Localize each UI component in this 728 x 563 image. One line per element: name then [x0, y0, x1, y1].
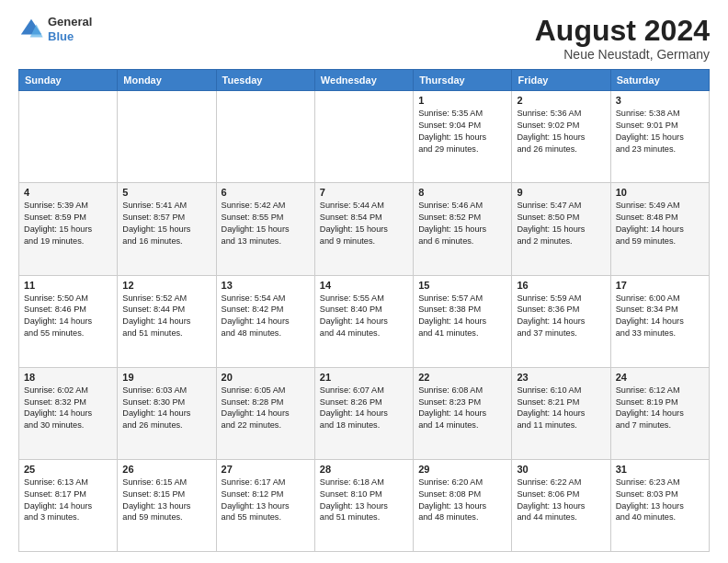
day-number: 15	[418, 280, 506, 291]
day-cell-3-2: 20Sunrise: 6:05 AMSunset: 8:28 PMDayligh…	[216, 367, 314, 459]
day-cell-1-2: 6Sunrise: 5:42 AMSunset: 8:55 PMDaylight…	[216, 183, 314, 275]
day-info: Sunrise: 6:18 AMSunset: 8:10 PMDaylight:…	[320, 477, 408, 524]
day-cell-0-4: 1Sunrise: 5:35 AMSunset: 9:04 PMDaylight…	[414, 91, 512, 183]
day-info: Sunrise: 5:35 AMSunset: 9:04 PMDaylight:…	[418, 108, 506, 155]
day-info: Sunrise: 6:07 AMSunset: 8:26 PMDaylight:…	[320, 385, 408, 432]
day-info: Sunrise: 5:38 AMSunset: 9:01 PMDaylight:…	[616, 108, 704, 155]
day-cell-4-3: 28Sunrise: 6:18 AMSunset: 8:10 PMDayligh…	[314, 459, 413, 551]
day-number: 26	[122, 464, 210, 475]
logo-blue: Blue	[48, 29, 92, 44]
day-cell-0-3	[314, 91, 413, 183]
day-cell-3-1: 19Sunrise: 6:03 AMSunset: 8:30 PMDayligh…	[118, 367, 216, 459]
day-number: 17	[616, 280, 704, 291]
calendar-header: Sunday Monday Tuesday Wednesday Thursday…	[19, 70, 710, 91]
day-cell-0-6: 3Sunrise: 5:38 AMSunset: 9:01 PMDaylight…	[610, 91, 709, 183]
day-cell-1-6: 10Sunrise: 5:49 AMSunset: 8:48 PMDayligh…	[610, 183, 709, 275]
day-cell-1-0: 4Sunrise: 5:39 AMSunset: 8:59 PMDaylight…	[19, 183, 118, 275]
day-cell-4-1: 26Sunrise: 6:15 AMSunset: 8:15 PMDayligh…	[118, 459, 216, 551]
col-saturday: Saturday	[610, 70, 709, 91]
day-number: 3	[616, 95, 704, 106]
day-cell-2-0: 11Sunrise: 5:50 AMSunset: 8:46 PMDayligh…	[19, 275, 118, 367]
col-wednesday: Wednesday	[314, 70, 413, 91]
day-info: Sunrise: 6:12 AMSunset: 8:19 PMDaylight:…	[616, 385, 704, 432]
day-number: 24	[616, 372, 704, 383]
day-cell-3-3: 21Sunrise: 6:07 AMSunset: 8:26 PMDayligh…	[314, 367, 413, 459]
col-monday: Monday	[118, 70, 216, 91]
day-info: Sunrise: 6:22 AMSunset: 8:06 PMDaylight:…	[517, 477, 605, 524]
day-number: 23	[517, 372, 605, 383]
day-number: 21	[320, 372, 408, 383]
logo-icon	[18, 17, 44, 42]
day-info: Sunrise: 6:23 AMSunset: 8:03 PMDaylight:…	[616, 477, 704, 524]
day-cell-3-6: 24Sunrise: 6:12 AMSunset: 8:19 PMDayligh…	[610, 367, 709, 459]
week-row-2: 4Sunrise: 5:39 AMSunset: 8:59 PMDaylight…	[19, 183, 710, 275]
day-cell-4-0: 25Sunrise: 6:13 AMSunset: 8:17 PMDayligh…	[19, 459, 118, 551]
col-thursday: Thursday	[414, 70, 512, 91]
day-number: 7	[320, 187, 408, 198]
logo-text: General Blue	[48, 15, 92, 43]
day-info: Sunrise: 5:59 AMSunset: 8:36 PMDaylight:…	[517, 293, 605, 340]
day-cell-0-2	[216, 91, 314, 183]
day-number: 20	[222, 372, 310, 383]
day-cell-1-3: 7Sunrise: 5:44 AMSunset: 8:54 PMDaylight…	[314, 183, 413, 275]
col-sunday: Sunday	[19, 70, 118, 91]
logo-general: General	[48, 15, 92, 29]
day-info: Sunrise: 5:55 AMSunset: 8:40 PMDaylight:…	[320, 293, 408, 340]
week-row-4: 18Sunrise: 6:02 AMSunset: 8:32 PMDayligh…	[19, 367, 710, 459]
day-info: Sunrise: 5:41 AMSunset: 8:57 PMDaylight:…	[122, 200, 210, 247]
day-cell-1-4: 8Sunrise: 5:46 AMSunset: 8:52 PMDaylight…	[414, 183, 512, 275]
day-number: 14	[320, 280, 408, 291]
day-cell-4-2: 27Sunrise: 6:17 AMSunset: 8:12 PMDayligh…	[216, 459, 314, 551]
week-row-5: 25Sunrise: 6:13 AMSunset: 8:17 PMDayligh…	[19, 459, 710, 551]
day-number: 27	[222, 464, 310, 475]
day-cell-2-2: 13Sunrise: 5:54 AMSunset: 8:42 PMDayligh…	[216, 275, 314, 367]
day-number: 13	[222, 280, 310, 291]
day-info: Sunrise: 6:00 AMSunset: 8:34 PMDaylight:…	[616, 293, 704, 340]
day-number: 19	[122, 372, 210, 383]
day-number: 28	[320, 464, 408, 475]
col-friday: Friday	[512, 70, 610, 91]
logo: General Blue	[18, 15, 92, 43]
day-cell-2-1: 12Sunrise: 5:52 AMSunset: 8:44 PMDayligh…	[118, 275, 216, 367]
day-cell-0-1	[118, 91, 216, 183]
col-tuesday: Tuesday	[216, 70, 314, 91]
day-number: 4	[24, 187, 112, 198]
day-cell-3-5: 23Sunrise: 6:10 AMSunset: 8:21 PMDayligh…	[512, 367, 610, 459]
day-number: 8	[418, 187, 506, 198]
day-info: Sunrise: 6:15 AMSunset: 8:15 PMDaylight:…	[122, 477, 210, 524]
day-cell-4-6: 31Sunrise: 6:23 AMSunset: 8:03 PMDayligh…	[610, 459, 709, 551]
title-block: August 2024 Neue Neustadt, Germany	[535, 15, 710, 62]
day-cell-2-4: 15Sunrise: 5:57 AMSunset: 8:38 PMDayligh…	[414, 275, 512, 367]
week-row-3: 11Sunrise: 5:50 AMSunset: 8:46 PMDayligh…	[19, 275, 710, 367]
day-number: 2	[517, 95, 605, 106]
day-cell-1-1: 5Sunrise: 5:41 AMSunset: 8:57 PMDaylight…	[118, 183, 216, 275]
day-info: Sunrise: 6:10 AMSunset: 8:21 PMDaylight:…	[517, 385, 605, 432]
day-number: 11	[24, 280, 112, 291]
day-number: 5	[122, 187, 210, 198]
day-number: 6	[222, 187, 310, 198]
day-cell-2-6: 17Sunrise: 6:00 AMSunset: 8:34 PMDayligh…	[610, 275, 709, 367]
day-number: 10	[616, 187, 704, 198]
day-cell-1-5: 9Sunrise: 5:47 AMSunset: 8:50 PMDaylight…	[512, 183, 610, 275]
day-info: Sunrise: 6:03 AMSunset: 8:30 PMDaylight:…	[122, 385, 210, 432]
day-info: Sunrise: 5:46 AMSunset: 8:52 PMDaylight:…	[418, 200, 506, 247]
day-info: Sunrise: 6:08 AMSunset: 8:23 PMDaylight:…	[418, 385, 506, 432]
day-info: Sunrise: 6:05 AMSunset: 8:28 PMDaylight:…	[222, 385, 310, 432]
header-row: Sunday Monday Tuesday Wednesday Thursday…	[19, 70, 710, 91]
day-info: Sunrise: 5:47 AMSunset: 8:50 PMDaylight:…	[517, 200, 605, 247]
day-cell-2-5: 16Sunrise: 5:59 AMSunset: 8:36 PMDayligh…	[512, 275, 610, 367]
day-cell-0-5: 2Sunrise: 5:36 AMSunset: 9:02 PMDaylight…	[512, 91, 610, 183]
day-info: Sunrise: 5:42 AMSunset: 8:55 PMDaylight:…	[222, 200, 310, 247]
header: General Blue August 2024 Neue Neustadt, …	[18, 15, 710, 62]
day-cell-3-4: 22Sunrise: 6:08 AMSunset: 8:23 PMDayligh…	[414, 367, 512, 459]
day-info: Sunrise: 5:54 AMSunset: 8:42 PMDaylight:…	[222, 293, 310, 340]
day-cell-3-0: 18Sunrise: 6:02 AMSunset: 8:32 PMDayligh…	[19, 367, 118, 459]
page: General Blue August 2024 Neue Neustadt, …	[0, 0, 728, 563]
day-info: Sunrise: 5:49 AMSunset: 8:48 PMDaylight:…	[616, 200, 704, 247]
day-info: Sunrise: 5:39 AMSunset: 8:59 PMDaylight:…	[24, 200, 112, 247]
day-cell-4-5: 30Sunrise: 6:22 AMSunset: 8:06 PMDayligh…	[512, 459, 610, 551]
day-info: Sunrise: 5:57 AMSunset: 8:38 PMDaylight:…	[418, 293, 506, 340]
calendar-body: 1Sunrise: 5:35 AMSunset: 9:04 PMDaylight…	[19, 91, 710, 552]
day-number: 16	[517, 280, 605, 291]
location-subtitle: Neue Neustadt, Germany	[535, 47, 710, 62]
